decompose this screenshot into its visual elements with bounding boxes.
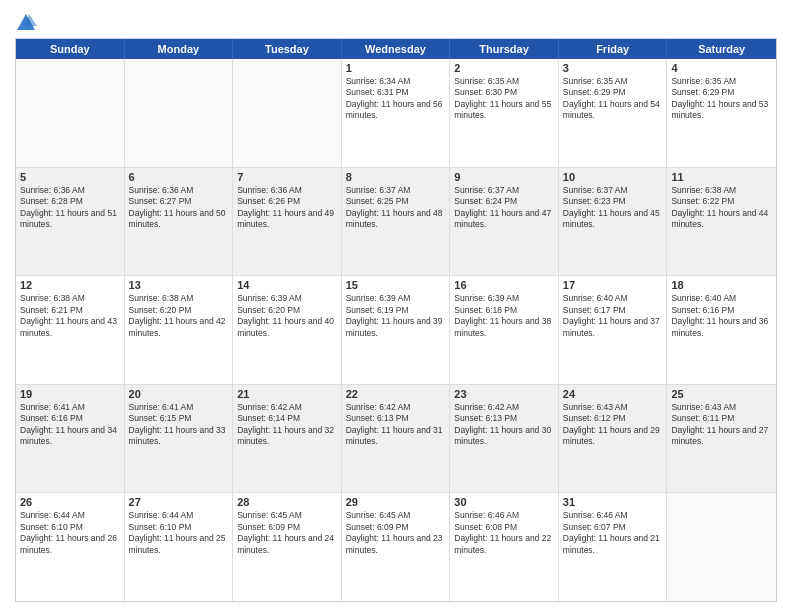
day-number: 9	[454, 171, 554, 183]
day-cell-17: 17Sunrise: 6:40 AM Sunset: 6:17 PM Dayli…	[559, 276, 668, 384]
day-cell-1: 1Sunrise: 6:34 AM Sunset: 6:31 PM Daylig…	[342, 59, 451, 167]
cell-info: Sunrise: 6:36 AM Sunset: 6:26 PM Dayligh…	[237, 185, 337, 231]
cell-info: Sunrise: 6:35 AM Sunset: 6:30 PM Dayligh…	[454, 76, 554, 122]
day-number: 2	[454, 62, 554, 74]
calendar: SundayMondayTuesdayWednesdayThursdayFrid…	[15, 38, 777, 602]
cell-info: Sunrise: 6:43 AM Sunset: 6:12 PM Dayligh…	[563, 402, 663, 448]
day-number: 27	[129, 496, 229, 508]
cell-info: Sunrise: 6:41 AM Sunset: 6:16 PM Dayligh…	[20, 402, 120, 448]
cell-info: Sunrise: 6:42 AM Sunset: 6:13 PM Dayligh…	[346, 402, 446, 448]
day-number: 16	[454, 279, 554, 291]
cell-info: Sunrise: 6:36 AM Sunset: 6:27 PM Dayligh…	[129, 185, 229, 231]
day-cell-12: 12Sunrise: 6:38 AM Sunset: 6:21 PM Dayli…	[16, 276, 125, 384]
day-number: 19	[20, 388, 120, 400]
calendar-body: 1Sunrise: 6:34 AM Sunset: 6:31 PM Daylig…	[16, 59, 776, 601]
day-number: 10	[563, 171, 663, 183]
calendar-row-2: 12Sunrise: 6:38 AM Sunset: 6:21 PM Dayli…	[16, 276, 776, 385]
cell-info: Sunrise: 6:39 AM Sunset: 6:18 PM Dayligh…	[454, 293, 554, 339]
empty-cell-0-1	[125, 59, 234, 167]
cell-info: Sunrise: 6:44 AM Sunset: 6:10 PM Dayligh…	[129, 510, 229, 556]
cell-info: Sunrise: 6:37 AM Sunset: 6:25 PM Dayligh…	[346, 185, 446, 231]
day-number: 18	[671, 279, 772, 291]
cell-info: Sunrise: 6:42 AM Sunset: 6:13 PM Dayligh…	[454, 402, 554, 448]
day-number: 20	[129, 388, 229, 400]
day-number: 5	[20, 171, 120, 183]
day-cell-19: 19Sunrise: 6:41 AM Sunset: 6:16 PM Dayli…	[16, 385, 125, 493]
cell-info: Sunrise: 6:38 AM Sunset: 6:20 PM Dayligh…	[129, 293, 229, 339]
day-cell-24: 24Sunrise: 6:43 AM Sunset: 6:12 PM Dayli…	[559, 385, 668, 493]
day-cell-29: 29Sunrise: 6:45 AM Sunset: 6:09 PM Dayli…	[342, 493, 451, 601]
day-number: 31	[563, 496, 663, 508]
day-cell-22: 22Sunrise: 6:42 AM Sunset: 6:13 PM Dayli…	[342, 385, 451, 493]
day-number: 6	[129, 171, 229, 183]
logo	[15, 10, 37, 34]
cell-info: Sunrise: 6:46 AM Sunset: 6:07 PM Dayligh…	[563, 510, 663, 556]
logo-icon	[15, 12, 37, 34]
cell-info: Sunrise: 6:43 AM Sunset: 6:11 PM Dayligh…	[671, 402, 772, 448]
cell-info: Sunrise: 6:34 AM Sunset: 6:31 PM Dayligh…	[346, 76, 446, 122]
calendar-row-4: 26Sunrise: 6:44 AM Sunset: 6:10 PM Dayli…	[16, 493, 776, 601]
cell-info: Sunrise: 6:42 AM Sunset: 6:14 PM Dayligh…	[237, 402, 337, 448]
day-number: 8	[346, 171, 446, 183]
header-cell-saturday: Saturday	[667, 39, 776, 59]
day-cell-14: 14Sunrise: 6:39 AM Sunset: 6:20 PM Dayli…	[233, 276, 342, 384]
header	[15, 10, 777, 34]
day-number: 15	[346, 279, 446, 291]
calendar-row-0: 1Sunrise: 6:34 AM Sunset: 6:31 PM Daylig…	[16, 59, 776, 168]
cell-info: Sunrise: 6:37 AM Sunset: 6:23 PM Dayligh…	[563, 185, 663, 231]
day-cell-26: 26Sunrise: 6:44 AM Sunset: 6:10 PM Dayli…	[16, 493, 125, 601]
header-cell-wednesday: Wednesday	[342, 39, 451, 59]
day-cell-8: 8Sunrise: 6:37 AM Sunset: 6:25 PM Daylig…	[342, 168, 451, 276]
cell-info: Sunrise: 6:38 AM Sunset: 6:21 PM Dayligh…	[20, 293, 120, 339]
day-cell-20: 20Sunrise: 6:41 AM Sunset: 6:15 PM Dayli…	[125, 385, 234, 493]
day-cell-27: 27Sunrise: 6:44 AM Sunset: 6:10 PM Dayli…	[125, 493, 234, 601]
calendar-row-3: 19Sunrise: 6:41 AM Sunset: 6:16 PM Dayli…	[16, 385, 776, 494]
day-number: 30	[454, 496, 554, 508]
day-number: 25	[671, 388, 772, 400]
header-cell-friday: Friday	[559, 39, 668, 59]
page: SundayMondayTuesdayWednesdayThursdayFrid…	[0, 0, 792, 612]
day-cell-2: 2Sunrise: 6:35 AM Sunset: 6:30 PM Daylig…	[450, 59, 559, 167]
day-number: 24	[563, 388, 663, 400]
day-number: 4	[671, 62, 772, 74]
cell-info: Sunrise: 6:38 AM Sunset: 6:22 PM Dayligh…	[671, 185, 772, 231]
cell-info: Sunrise: 6:37 AM Sunset: 6:24 PM Dayligh…	[454, 185, 554, 231]
cell-info: Sunrise: 6:35 AM Sunset: 6:29 PM Dayligh…	[563, 76, 663, 122]
day-number: 23	[454, 388, 554, 400]
header-cell-thursday: Thursday	[450, 39, 559, 59]
day-number: 26	[20, 496, 120, 508]
day-cell-23: 23Sunrise: 6:42 AM Sunset: 6:13 PM Dayli…	[450, 385, 559, 493]
day-number: 17	[563, 279, 663, 291]
calendar-header: SundayMondayTuesdayWednesdayThursdayFrid…	[16, 39, 776, 59]
cell-info: Sunrise: 6:35 AM Sunset: 6:29 PM Dayligh…	[671, 76, 772, 122]
day-number: 13	[129, 279, 229, 291]
day-cell-3: 3Sunrise: 6:35 AM Sunset: 6:29 PM Daylig…	[559, 59, 668, 167]
cell-info: Sunrise: 6:40 AM Sunset: 6:16 PM Dayligh…	[671, 293, 772, 339]
day-cell-4: 4Sunrise: 6:35 AM Sunset: 6:29 PM Daylig…	[667, 59, 776, 167]
day-cell-25: 25Sunrise: 6:43 AM Sunset: 6:11 PM Dayli…	[667, 385, 776, 493]
day-number: 22	[346, 388, 446, 400]
cell-info: Sunrise: 6:39 AM Sunset: 6:19 PM Dayligh…	[346, 293, 446, 339]
cell-info: Sunrise: 6:41 AM Sunset: 6:15 PM Dayligh…	[129, 402, 229, 448]
empty-cell-4-6	[667, 493, 776, 601]
day-cell-10: 10Sunrise: 6:37 AM Sunset: 6:23 PM Dayli…	[559, 168, 668, 276]
day-number: 11	[671, 171, 772, 183]
cell-info: Sunrise: 6:39 AM Sunset: 6:20 PM Dayligh…	[237, 293, 337, 339]
day-number: 29	[346, 496, 446, 508]
day-cell-6: 6Sunrise: 6:36 AM Sunset: 6:27 PM Daylig…	[125, 168, 234, 276]
cell-info: Sunrise: 6:46 AM Sunset: 6:08 PM Dayligh…	[454, 510, 554, 556]
day-number: 14	[237, 279, 337, 291]
day-cell-18: 18Sunrise: 6:40 AM Sunset: 6:16 PM Dayli…	[667, 276, 776, 384]
header-cell-tuesday: Tuesday	[233, 39, 342, 59]
empty-cell-0-0	[16, 59, 125, 167]
cell-info: Sunrise: 6:40 AM Sunset: 6:17 PM Dayligh…	[563, 293, 663, 339]
cell-info: Sunrise: 6:45 AM Sunset: 6:09 PM Dayligh…	[237, 510, 337, 556]
day-number: 28	[237, 496, 337, 508]
day-number: 3	[563, 62, 663, 74]
header-cell-monday: Monday	[125, 39, 234, 59]
day-number: 21	[237, 388, 337, 400]
day-cell-13: 13Sunrise: 6:38 AM Sunset: 6:20 PM Dayli…	[125, 276, 234, 384]
day-cell-5: 5Sunrise: 6:36 AM Sunset: 6:28 PM Daylig…	[16, 168, 125, 276]
day-cell-21: 21Sunrise: 6:42 AM Sunset: 6:14 PM Dayli…	[233, 385, 342, 493]
cell-info: Sunrise: 6:44 AM Sunset: 6:10 PM Dayligh…	[20, 510, 120, 556]
